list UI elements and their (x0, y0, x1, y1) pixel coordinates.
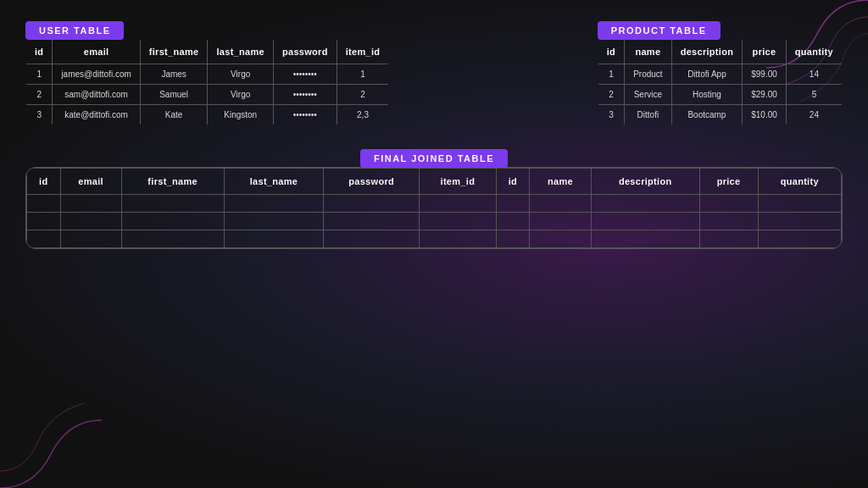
joined-r3-c9 (591, 230, 699, 248)
user-table-label-wrapper: USER TABLE (25, 21, 564, 40)
user-table-row: 2 sam@dittofi.com Samuel Virgo •••••••• … (26, 85, 389, 105)
top-section: USER TABLE id email first_name last_name… (25, 21, 843, 125)
joined-r2-c4 (224, 213, 324, 230)
joined-r2-c9 (591, 213, 699, 230)
joined-r3-c8 (530, 230, 592, 248)
joined-r2-c2 (60, 213, 121, 230)
product-table-row: 1 Product Dittofi App $99.00 14 (598, 64, 842, 85)
bottom-section: FINAL JOINED TABLE id email first_name l… (25, 149, 843, 249)
joined-r2-c7 (496, 213, 530, 230)
joined-table-header: id email first_name last_name password i… (27, 169, 842, 195)
joined-r3-c10 (699, 230, 758, 248)
joined-r2-c3 (121, 213, 224, 230)
user-row1-lname: Virgo (208, 64, 274, 85)
user-row2-fname: Samuel (140, 85, 208, 105)
joined-col-password: password (324, 169, 420, 195)
user-row2-email: sam@dittofi.com (53, 85, 140, 105)
user-table-header-row: id email first_name last_name password i… (26, 40, 389, 64)
joined-r3-c11 (758, 230, 841, 248)
prod-row2-desc: Hosting (671, 85, 743, 105)
user-table-row: 1 james@dittofi.com James Virgo ••••••••… (26, 64, 389, 85)
prod-row1-qty: 14 (786, 64, 842, 85)
prod-row1-name: Product (625, 64, 671, 85)
prod-row3-name: Dittofi (625, 105, 671, 125)
prod-row1-price: $99.00 (743, 64, 787, 85)
joined-table-row (27, 230, 842, 248)
joined-r3-c3 (121, 230, 224, 248)
joined-r1-c4 (224, 195, 324, 213)
joined-col-prod-id: id (496, 169, 530, 195)
product-table-label: PRODUCT TABLE (598, 21, 721, 40)
prod-row2-id: 2 (598, 85, 624, 105)
joined-r3-c5 (324, 230, 420, 248)
user-table-body: 1 james@dittofi.com James Virgo ••••••••… (26, 64, 389, 125)
user-col-item-id: item_id (337, 40, 389, 64)
user-row3-fname: Kate (140, 105, 208, 125)
joined-r3-c4 (224, 230, 324, 248)
joined-col-first-name: first_name (121, 169, 224, 195)
user-col-last-name: last_name (208, 40, 274, 64)
product-table-header: id name description price quantity (598, 40, 842, 64)
product-table: id name description price quantity 1 Pro… (598, 39, 843, 125)
user-row3-email: kate@dittofi.com (53, 105, 140, 125)
product-table-header-row: id name description price quantity (598, 40, 842, 64)
joined-table-label-row: FINAL JOINED TABLE (25, 149, 843, 168)
joined-table-header-row: id email first_name last_name password i… (27, 169, 842, 195)
user-row2-pass: •••••••• (273, 85, 337, 105)
joined-r1-c1 (27, 195, 61, 213)
joined-table: id email first_name last_name password i… (26, 168, 842, 248)
joined-r1-c8 (530, 195, 592, 213)
user-table-row: 3 kate@dittofi.com Kate Kingston •••••••… (26, 105, 389, 125)
product-table-row: 2 Service Hosting $29.00 5 (598, 85, 842, 105)
product-table-label-wrapper: PRODUCT TABLE (598, 21, 843, 40)
joined-col-id: id (27, 169, 61, 195)
joined-r2-c6 (420, 213, 497, 230)
user-row1-email: james@dittofi.com (53, 64, 140, 85)
joined-r1-c11 (758, 195, 841, 213)
user-col-email: email (53, 40, 140, 64)
prod-col-description: description (671, 40, 743, 64)
user-table: id email first_name last_name password i… (25, 39, 389, 125)
user-table-label: USER TABLE (25, 21, 124, 40)
joined-r3-c6 (420, 230, 497, 248)
prod-row2-qty: 5 (786, 85, 842, 105)
user-row3-pass: •••••••• (273, 105, 337, 125)
joined-table-row (27, 195, 842, 213)
joined-r1-c5 (324, 195, 420, 213)
joined-col-last-name: last_name (224, 169, 324, 195)
product-table-row: 3 Dittofi Bootcamp $10.00 24 (598, 105, 842, 125)
joined-r3-c2 (60, 230, 121, 248)
joined-table-label: FINAL JOINED TABLE (360, 149, 508, 168)
prod-row3-id: 3 (598, 105, 624, 125)
user-col-id: id (26, 40, 53, 64)
user-row1-fname: James (140, 64, 208, 85)
joined-r3-c1 (27, 230, 61, 248)
prod-col-id: id (598, 40, 624, 64)
joined-col-name: name (530, 169, 592, 195)
user-row1-pass: •••••••• (273, 64, 337, 85)
joined-r1-c2 (60, 195, 121, 213)
user-row2-itemid: 2 (337, 85, 389, 105)
joined-r1-c3 (121, 195, 224, 213)
user-col-password: password (273, 40, 337, 64)
joined-col-item-id: item_id (420, 169, 497, 195)
user-row3-id: 3 (26, 105, 53, 125)
joined-table-wrapper: id email first_name last_name password i… (25, 167, 843, 249)
user-row3-itemid: 2,3 (337, 105, 389, 125)
user-table-section: USER TABLE id email first_name last_name… (25, 21, 564, 125)
user-row2-id: 2 (26, 85, 53, 105)
prod-row1-id: 1 (598, 64, 624, 85)
joined-r1-c10 (699, 195, 758, 213)
joined-table-row (27, 213, 842, 230)
joined-table-body (27, 195, 842, 248)
prod-row3-qty: 24 (786, 105, 842, 125)
user-row3-lname: Kingston (208, 105, 274, 125)
joined-col-price: price (699, 169, 758, 195)
user-row1-itemid: 1 (337, 64, 389, 85)
prod-col-name: name (625, 40, 671, 64)
joined-col-quantity: quantity (758, 169, 841, 195)
joined-r1-c7 (496, 195, 530, 213)
user-row2-lname: Virgo (208, 85, 274, 105)
joined-r2-c1 (27, 213, 61, 230)
prod-row3-desc: Bootcamp (671, 105, 743, 125)
